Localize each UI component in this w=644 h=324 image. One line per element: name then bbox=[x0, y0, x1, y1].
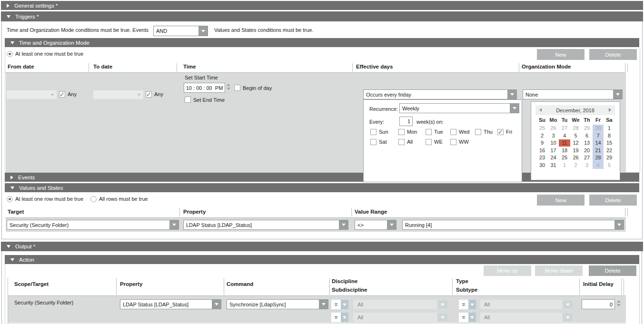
weekday-checkbox-fri[interactable] bbox=[497, 129, 504, 135]
calendar-date[interactable]: 31 bbox=[548, 162, 559, 169]
calendar-date[interactable]: 25 bbox=[559, 154, 570, 161]
calendar-date[interactable]: 8 bbox=[604, 132, 615, 139]
calendar-prev-month-button[interactable] bbox=[539, 108, 542, 112]
weekday-checkbox-tue[interactable] bbox=[426, 129, 432, 135]
weekday-checkbox-sun[interactable] bbox=[370, 129, 376, 135]
subdiscipline-dropdown[interactable]: All bbox=[353, 313, 448, 322]
chevron-down-icon bbox=[437, 300, 448, 309]
action-delete-button[interactable]: Delete bbox=[589, 265, 636, 276]
calendar-date[interactable]: 13 bbox=[581, 139, 593, 147]
any-to-checkbox[interactable] bbox=[146, 91, 152, 98]
calendar-date[interactable]: 29 bbox=[604, 154, 615, 161]
value-operator-dropdown[interactable]: <> bbox=[355, 220, 396, 230]
calendar-date[interactable]: 10 bbox=[548, 139, 559, 147]
any-from-checkbox[interactable] bbox=[59, 91, 65, 98]
calendar-date[interactable]: 6 bbox=[581, 132, 593, 139]
weekday-checkbox-sat[interactable] bbox=[370, 139, 376, 145]
calendar-date[interactable]: 20 bbox=[581, 147, 593, 154]
type-dropdown[interactable]: All bbox=[480, 300, 574, 309]
calendar-date[interactable]: 12 bbox=[570, 139, 582, 147]
initial-delay-input[interactable]: 0 bbox=[582, 299, 615, 309]
discipline-operator-dropdown[interactable]: = bbox=[331, 300, 348, 309]
calendar-date[interactable]: 24 bbox=[548, 154, 559, 161]
calendar-date[interactable]: 28 bbox=[570, 125, 582, 132]
calendar-date[interactable]: 23 bbox=[536, 154, 548, 161]
events-operator-dropdown[interactable]: AND bbox=[153, 26, 208, 36]
calendar-date[interactable]: 15 bbox=[604, 139, 615, 147]
calendar-date[interactable]: 27 bbox=[581, 154, 593, 161]
type-operator-dropdown[interactable]: = bbox=[459, 300, 476, 309]
property-dropdown[interactable]: LDAP Status [LDAP_Status] bbox=[183, 220, 348, 230]
calendar-date[interactable]: 27 bbox=[559, 125, 570, 132]
subtype-dropdown[interactable]: All bbox=[480, 313, 574, 322]
calendar-date[interactable]: 3 bbox=[548, 132, 559, 139]
section-header-triggers[interactable]: Triggers * bbox=[1, 11, 643, 21]
calendar-date[interactable]: 9 bbox=[536, 139, 548, 147]
vs-radio-all-rows[interactable] bbox=[90, 196, 97, 202]
new-button[interactable]: New bbox=[537, 49, 585, 60]
vs-new-button[interactable]: New bbox=[537, 195, 585, 206]
calendar-date[interactable]: 18 bbox=[559, 147, 570, 154]
to-date-dropdown[interactable] bbox=[93, 90, 143, 99]
recurrence-dropdown[interactable]: Weekly bbox=[399, 103, 519, 113]
weekday-checkbox-ww[interactable] bbox=[450, 139, 456, 145]
calendar-date[interactable]: 30 bbox=[536, 162, 548, 169]
weekday-checkbox-thu[interactable] bbox=[475, 129, 481, 135]
calendar-date[interactable]: 5 bbox=[570, 132, 582, 139]
calendar-date[interactable]: 25 bbox=[536, 125, 548, 132]
delete-button[interactable]: Delete bbox=[589, 49, 637, 60]
calendar-date[interactable]: 19 bbox=[570, 147, 582, 154]
weekday-checkbox-wed[interactable] bbox=[450, 129, 456, 135]
radio-at-least-one-row[interactable] bbox=[7, 51, 13, 57]
discipline-dropdown[interactable]: All bbox=[353, 300, 448, 309]
subtype-operator-dropdown[interactable]: = bbox=[459, 313, 476, 322]
subsection-header-action[interactable]: Action bbox=[5, 255, 639, 264]
calendar-date[interactable]: 1 bbox=[604, 125, 615, 132]
action-property-dropdown[interactable]: LDAP Status [LDAP_Status] bbox=[120, 299, 221, 309]
subdiscipline-operator-dropdown[interactable]: = bbox=[331, 313, 348, 322]
move-down-button[interactable]: Move down bbox=[535, 265, 583, 276]
vs-delete-button[interactable]: Delete bbox=[589, 195, 637, 206]
initial-delay-spinner[interactable] bbox=[617, 300, 621, 306]
section-header-general-settings[interactable]: General settings * bbox=[1, 1, 643, 10]
calendar-date[interactable]: 26 bbox=[548, 125, 559, 132]
calendar-date[interactable]: 22 bbox=[604, 147, 615, 154]
every-input[interactable]: 1 bbox=[399, 117, 413, 126]
weekday-checkbox-mon[interactable] bbox=[398, 129, 405, 135]
calendar-date[interactable]: 1 bbox=[559, 162, 570, 169]
subsection-header-values-states[interactable]: Values and States bbox=[5, 183, 639, 192]
value-range-dropdown[interactable]: Running [4] bbox=[402, 220, 624, 230]
calendar-date[interactable]: 2 bbox=[536, 132, 548, 139]
begin-of-day-checkbox[interactable] bbox=[234, 85, 240, 91]
move-up-button[interactable]: Move up bbox=[484, 265, 531, 276]
calendar-date[interactable]: 7 bbox=[593, 132, 604, 139]
calendar-date[interactable]: 17 bbox=[548, 147, 559, 154]
command-dropdown[interactable]: Synchronize [LdapSync] bbox=[227, 299, 328, 309]
calendar-date[interactable]: 5 bbox=[604, 162, 615, 169]
calendar-date[interactable]: 26 bbox=[570, 154, 582, 161]
calendar-date[interactable]: 30 bbox=[593, 125, 604, 132]
organization-mode-dropdown[interactable]: None bbox=[523, 89, 623, 99]
vs-radio-at-least-one-row[interactable] bbox=[7, 196, 13, 202]
calendar-date[interactable]: 4 bbox=[593, 162, 604, 169]
calendar-date-selected[interactable]: 11 bbox=[559, 139, 570, 147]
weekday-checkbox-we[interactable] bbox=[426, 139, 432, 145]
effective-days-dropdown[interactable]: Occurs every friday bbox=[363, 89, 517, 99]
target-dropdown[interactable]: Security (Security Folder) bbox=[7, 220, 179, 230]
section-header-output[interactable]: Output * bbox=[1, 242, 643, 251]
set-end-time-checkbox[interactable] bbox=[185, 97, 191, 103]
calendar-next-month-button[interactable] bbox=[609, 108, 611, 112]
calendar-date[interactable]: 28 bbox=[593, 154, 604, 161]
start-time-input[interactable]: 10 : 00 : 00 PM bbox=[184, 83, 225, 93]
from-date-dropdown[interactable] bbox=[7, 90, 57, 99]
calendar-date[interactable]: 14 bbox=[593, 139, 604, 147]
calendar-date[interactable]: 2 bbox=[570, 162, 582, 169]
calendar-date[interactable]: 21 bbox=[593, 147, 604, 154]
start-time-spinner[interactable] bbox=[227, 84, 230, 90]
calendar-date[interactable]: 3 bbox=[581, 162, 593, 169]
weekday-checkbox-all[interactable] bbox=[398, 139, 405, 145]
calendar-date[interactable]: 29 bbox=[581, 125, 593, 132]
subsection-header-time-org[interactable]: Time and Organization Mode bbox=[5, 38, 639, 47]
calendar-date[interactable]: 4 bbox=[559, 132, 570, 139]
calendar-date[interactable]: 16 bbox=[536, 147, 548, 154]
